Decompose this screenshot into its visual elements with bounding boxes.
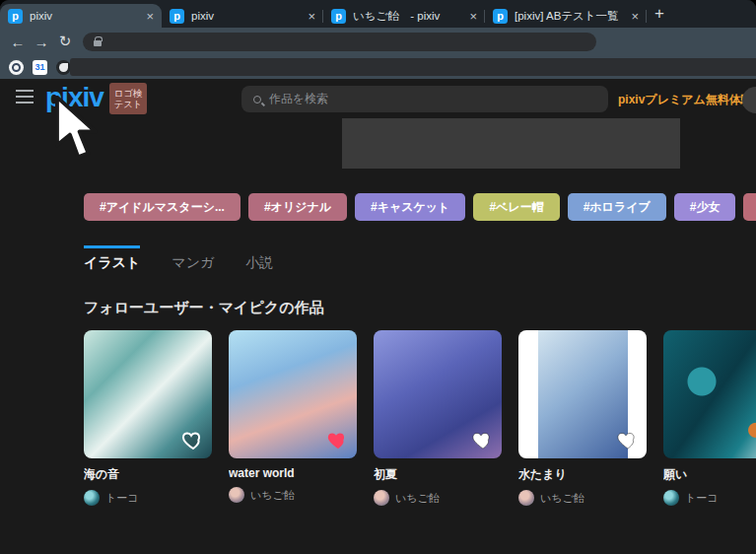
tab-title: [pixiv] ABテスト一覧 [515,9,624,24]
section-title: フォローユーザー・マイピクの作品 [84,299,324,317]
search-placeholder: 作品を検索 [269,91,328,107]
content-type-tabs: イラスト マンガ 小説 [84,245,273,272]
browser-tab-pixiv-1[interactable]: p pixiv × [0,4,162,28]
artwork-card: water world いちご飴 [229,330,357,506]
tab-novels[interactable]: 小説 [245,245,273,272]
artwork-title[interactable]: 海の音 [84,466,212,483]
tag-beret[interactable]: #ベレー帽 [473,193,559,221]
artwork-title[interactable]: 願い [663,466,756,483]
back-icon[interactable]: ← [6,34,30,50]
search-input[interactable]: 作品を検索 [241,86,608,112]
artwork-title[interactable]: water world [229,466,357,480]
artist-name[interactable]: いちご飴 [250,488,295,503]
password-manager-icon[interactable] [9,60,24,75]
artwork-thumbnail[interactable] [663,330,756,458]
artist-name[interactable]: いちご飴 [540,491,584,506]
tag-vtuber[interactable]: #vtuber [743,193,756,221]
tab-close-icon[interactable]: × [146,9,154,24]
artist-name[interactable]: トーコ [105,491,139,506]
artwork-artist[interactable]: いちご飴 [518,490,647,506]
artist-avatar[interactable] [663,490,679,506]
like-heart-icon[interactable] [181,428,205,451]
artist-avatar[interactable] [84,490,100,506]
ad-placeholder [342,118,680,169]
artwork-artist[interactable]: いちご飴 [229,487,357,503]
artwork-card: 海の音 トーコ [84,330,212,506]
forward-icon[interactable]: → [30,34,53,50]
like-heart-icon[interactable] [326,428,350,451]
artist-name[interactable]: トーコ [685,491,719,506]
lock-icon [94,40,102,46]
pixiv-favicon-icon: p [493,9,508,24]
trending-tags: #アイドルマスターシ... #オリジナル #キャスケット #ベレー帽 #ホロライ… [84,193,756,221]
like-heart-icon[interactable] [616,428,640,451]
artist-avatar[interactable] [374,490,389,506]
artwork-thumbnail[interactable] [84,330,212,458]
browser-toolbar: ← → ↻ [0,28,756,55]
pixiv-favicon-icon: p [8,9,23,24]
user-avatar[interactable] [742,87,756,113]
pixiv-favicon-icon: p [170,9,184,24]
tab-close-icon[interactable]: × [469,9,477,24]
artwork-artist[interactable]: トーコ [84,490,212,506]
tab-title: pixiv [191,10,301,22]
artwork-grid: 海の音 トーコ water world いちご飴 [84,330,756,506]
address-bar[interactable] [83,33,596,51]
artist-name[interactable]: いちご飴 [395,491,440,506]
globe-extension-icon[interactable] [56,60,71,75]
premium-trial-link[interactable]: pixivプレミアム無料体験 [618,92,753,108]
logo-test-badge-line2: テスト [113,99,142,109]
menu-icon[interactable] [16,90,34,104]
artwork-thumbnail[interactable] [229,330,357,458]
browser-tab-ichigoame[interactable]: p いちご飴 - pixiv × [323,4,485,28]
mouse-cursor-icon [52,96,103,163]
calendar-icon[interactable]: 31 [33,60,47,75]
tab-close-icon[interactable]: × [631,9,639,24]
artwork-title[interactable]: 水たまり [518,466,647,483]
tag-original[interactable]: #オリジナル [248,193,347,221]
tag-casquette[interactable]: #キャスケット [355,193,465,221]
pixiv-favicon-icon: p [331,9,346,24]
artwork-image [538,330,628,458]
tab-title: pixiv [30,10,139,22]
logo-test-badge: ロゴ検 テスト [109,83,147,114]
tag-shoujo[interactable]: #少女 [674,193,736,221]
tab-title: いちご飴 - pixiv [353,9,462,24]
artwork-card: 水たまり いちご飴 [518,330,647,506]
pixiv-page: pixiv ロゴ検 テスト 作品を検索 pixivプレミアム無料体験 #アイドル… [0,79,756,554]
tab-illustrations[interactable]: イラスト [84,245,140,272]
artwork-card: 初夏 いちご飴 [374,330,502,506]
browser-tab-abtest[interactable]: p [pixiv] ABテスト一覧 × [485,4,647,28]
bookmarks-bar: 31 [0,55,756,79]
artist-avatar[interactable] [518,490,534,506]
new-tab-button[interactable]: + [654,4,664,24]
search-icon [253,96,261,104]
browser-window: p pixiv × p pixiv × p いちご飴 - pixiv × p [… [0,0,756,554]
artwork-artist[interactable]: いちご飴 [374,490,502,506]
tab-manga[interactable]: マンガ [172,245,214,272]
artwork-artist[interactable]: トーコ [663,490,756,506]
artist-avatar[interactable] [229,487,244,503]
browser-tab-pixiv-2[interactable]: p pixiv × [162,4,323,28]
tab-close-icon[interactable]: × [308,9,315,24]
logo-test-badge-line1: ロゴ検 [114,88,143,99]
bookmarks-strip [70,58,756,76]
tab-strip: p pixiv × p pixiv × p いちご飴 - pixiv × p [… [0,0,756,28]
artwork-title[interactable]: 初夏 [374,466,502,483]
tag-hololive[interactable]: #ホロライブ [568,193,666,221]
like-heart-icon[interactable] [471,428,495,451]
reload-icon[interactable]: ↻ [53,33,77,50]
artwork-thumbnail[interactable] [374,330,502,458]
tag-idolmaster[interactable]: #アイドルマスターシ... [84,193,241,221]
artwork-card: 願い トーコ [663,330,756,506]
artwork-thumbnail[interactable] [518,330,647,458]
